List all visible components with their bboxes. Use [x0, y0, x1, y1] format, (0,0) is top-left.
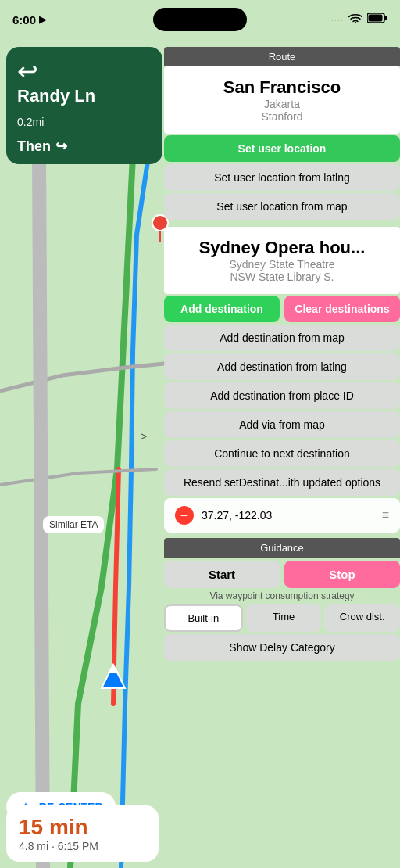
menu-icon[interactable]: ≡ [382, 508, 389, 522]
remove-waypoint-button[interactable]: − [175, 506, 194, 525]
nav-distance: 0.2mi [17, 106, 152, 131]
route-section-header: Route [164, 47, 400, 66]
status-time: 6:00 ▶ [12, 13, 46, 27]
eta-details: 4.8 mi · 6:15 PM [19, 840, 146, 852]
nav-card: ↩ Randy Ln 0.2mi Then ↪ [6, 47, 162, 164]
add-clear-group: Add destination Clear destinations [164, 296, 400, 322]
wifi-icon [348, 13, 362, 27]
eta-time: 15 min [19, 815, 146, 840]
nav-then: Then ↪ [17, 138, 152, 155]
strategy-time-button[interactable]: Time [246, 604, 322, 632]
battery-icon [367, 13, 388, 27]
set-user-location-map-button[interactable]: Set user location from map [164, 193, 400, 220]
start-button[interactable]: Start [164, 561, 280, 588]
dynamic-island [153, 8, 247, 31]
strategy-row: Built-in Time Crow dist. [164, 604, 400, 632]
similar-eta-label: Similar ETA [43, 516, 104, 533]
destination-sub1: Sydney State Theatre [173, 258, 391, 271]
eta-card: 15 min 4.8 mi · 6:15 PM [6, 805, 159, 862]
location-arrow-icon: ▶ [39, 14, 46, 25]
show-delay-button[interactable]: Show Delay Category [164, 634, 400, 661]
continue-next-button[interactable]: Continue to next destination [164, 440, 400, 467]
coordinates-row: − 37.27, -122.03 ≡ [164, 498, 400, 533]
svg-point-3 [355, 22, 356, 23]
add-destination-map-button[interactable]: Add destination from map [164, 325, 400, 351]
guidance-section: Guidance Start Stop Via waypoint consump… [164, 538, 400, 663]
right-panel: Route San Francisco Jakarta Stanford Set… [164, 47, 400, 663]
destination-sub2: NSW State Library S. [173, 271, 391, 283]
add-destination-placeid-button[interactable]: Add destination from place ID [164, 382, 400, 409]
svg-rect-5 [384, 16, 387, 20]
clear-destinations-button[interactable]: Clear destinations [284, 296, 400, 322]
stop-button[interactable]: Stop [284, 561, 400, 588]
signal-icon: ···· [331, 15, 344, 24]
set-user-location-button[interactable]: Set user location [164, 135, 400, 162]
svg-rect-6 [369, 15, 383, 22]
resend-destination-button[interactable]: Resend setDestinat...ith updated options [164, 469, 400, 496]
strategy-crowdist-button[interactable]: Crow dist. [324, 604, 400, 632]
add-via-map-button[interactable]: Add via from map [164, 411, 400, 438]
destination-name: Sydney Opera hou... [173, 238, 391, 258]
add-destination-button[interactable]: Add destination [164, 296, 280, 322]
coordinates-value: 37.27, -122.03 [202, 509, 374, 522]
origin-sub2: Stanford [173, 110, 391, 123]
nav-street: Randy Ln [17, 86, 152, 106]
add-destination-latlng-button[interactable]: Add destination from latlng [164, 353, 400, 380]
set-user-location-latlng-button[interactable]: Set user location from latlng [164, 164, 400, 191]
destination-box: Sydney Opera hou... Sydney State Theatre… [164, 227, 400, 294]
distance-unit: mi [32, 116, 44, 128]
origin-box: San Francisco Jakarta Stanford [164, 66, 400, 134]
guidance-section-header: Guidance [164, 538, 400, 558]
waypoint-label: Via waypoint consumption strategy [164, 590, 400, 601]
strategy-builtin-button[interactable]: Built-in [164, 604, 243, 632]
then-arrow-icon: ↪ [55, 138, 67, 155]
arrow-indicator: > [141, 430, 147, 443]
origin-sub1: Jakarta [173, 98, 391, 110]
turn-arrow-icon: ↩ [17, 56, 152, 86]
status-icons: ···· [331, 13, 388, 27]
origin-name: San Francisco [173, 77, 391, 98]
start-stop-row: Start Stop [164, 561, 400, 588]
